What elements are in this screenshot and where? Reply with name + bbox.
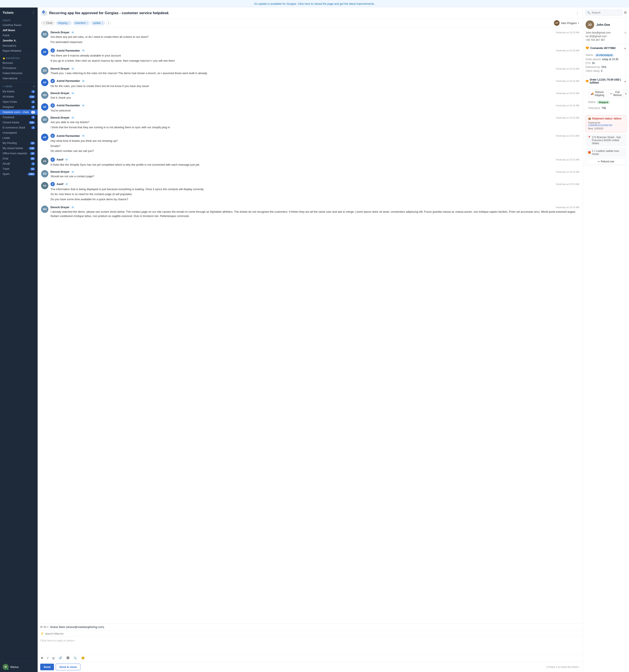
sidebar-item-jennifer-a[interactable]: Jennifer A. [0, 38, 38, 43]
toolbar-emoji[interactable]: 😊 [80, 656, 86, 660]
current-user-avatar: M [3, 664, 8, 670]
sidebar-item-bonuses[interactable]: Bonuses [0, 61, 38, 66]
sidebar-item-patrik[interactable]: Patrik [0, 33, 38, 38]
toolbar-link[interactable]: 🔗 [58, 656, 63, 660]
sidebar-item-promotions[interactable]: Promotions [0, 66, 38, 71]
sidebar-item-my-tickets[interactable]: My tickets3 [0, 89, 38, 94]
sidebar-item-open-chats[interactable]: Open Chats2 [0, 99, 38, 104]
sidebar-item-trash[interactable]: Trash12 [0, 166, 38, 171]
order2-total: 75$ [602, 106, 606, 110]
toolbar-underline[interactable]: U [52, 656, 55, 660]
tag-update-remove[interactable]: × [102, 22, 103, 24]
tag-update[interactable]: update × [91, 21, 105, 25]
sidebar-item-jeff-ibsen[interactable]: Jeff Ibsen [0, 28, 38, 33]
msg-text-9: It looks like the Shopify Sync has not y… [50, 163, 579, 167]
macros-lightning-icon: ⚡ [40, 632, 44, 635]
msg-type-icon-8: 📧 [82, 134, 85, 137]
sidebar-item-label: Bonuses [3, 62, 13, 65]
order2-status-badge: Shipped [597, 100, 610, 104]
tag-shipping-remove[interactable]: × [68, 22, 69, 24]
search-box[interactable]: 🔍 [585, 10, 623, 16]
order1-placed: today at 15:30 [602, 58, 619, 61]
msg-avatar-dd-5: DD [41, 92, 48, 99]
tag-bar: ✓ Close shipping × newclient × update × [38, 19, 583, 27]
tag-add-button[interactable]: + [106, 21, 111, 25]
sidebar-item-spam[interactable]: Spam1463 [0, 171, 38, 176]
msg-sender-10: Dereck Dreyer [50, 170, 69, 173]
reply-hint: ℹ Press c to close the ticket × [547, 666, 580, 669]
sidebar-item-aircall[interactable]: Aircall2 [0, 161, 38, 166]
order1-header[interactable]: 🧡 Comande #EYY862 ▲ [583, 44, 629, 52]
copy-email-icon[interactable]: ⧉ [625, 31, 626, 34]
refund-shipping-button[interactable]: 🚚 Refund shipping [588, 89, 607, 98]
sidebar-item-rapid-whitefish[interactable]: Rapid Whitefish [0, 48, 38, 53]
sidebar-item-facebook[interactable]: Facebook3 [0, 115, 38, 120]
tag-shipping[interactable]: shipping × [56, 21, 72, 25]
sidebar-item-international[interactable]: International [0, 76, 38, 81]
toolbar-italic[interactable]: I [46, 656, 49, 660]
sidebar-item-decoratrice[interactable]: Decoratrice [0, 43, 38, 48]
refund-shipping-icon: 🚚 [590, 92, 594, 95]
order1-eta-field: ETA: 5h [586, 62, 626, 65]
add-view-icon[interactable]: + [33, 85, 35, 88]
toolbar-attachment[interactable]: 📎 [73, 656, 78, 660]
full-refund-button[interactable]: ↩ Full Refund [608, 89, 624, 98]
sidebar-item-label: Failed Deliveries [3, 72, 22, 75]
msg-type-icon-12: 📧 [71, 206, 74, 209]
sidebar-header: Tickets ⋮ [0, 7, 38, 18]
reply-body[interactable]: Click here to reply or press r [38, 637, 583, 654]
msg-sender-4: Astrid Parmentier [56, 79, 80, 82]
sidebar-item-all-tickets[interactable]: All tickets11k [0, 94, 38, 99]
order1-chevron[interactable]: ▲ [624, 47, 626, 50]
sidebar-item-my-closed-tickets[interactable]: My closed tickets130 [0, 146, 38, 151]
sidebar-item-closed-tickets[interactable]: Closed tickets23k [0, 120, 38, 125]
sidebar-item-carefree-raven[interactable]: Carefree Raven [0, 23, 38, 28]
customer-info: JD John Doe [586, 20, 626, 29]
ticket-main: 3 🕐 Recurring app fee approved for Gorgi… [38, 7, 583, 672]
toolbar-image[interactable]: 🖼 [66, 656, 70, 660]
send-close-button[interactable]: Send & close [56, 664, 80, 670]
newclient-label: newclient [75, 22, 86, 24]
sidebar-item-my-pending[interactable]: My Pending13 [0, 141, 38, 146]
ticket-counter: 3 🕐 [41, 10, 47, 16]
sidebar-item-ecommerce-stack[interactable]: E-commerce Stack3 [0, 125, 38, 130]
update-banner[interactable]: An update is available for Gorgias. Clic… [0, 0, 629, 7]
sidebar-item-unassigned[interactable]: Unassigned [0, 130, 38, 135]
assignee[interactable]: AP Alex Plugaru ▾ [554, 20, 579, 26]
sidebar-item-helpdesk-users-chats[interactable]: Helpdesk users - chats2 [0, 110, 38, 115]
message-8: AP @ Astrid Parmentier 📧 Yesterday at 10… [41, 134, 579, 154]
msg-type-icon-3: 📧 [71, 67, 74, 70]
settings-icon[interactable]: ⚙ [624, 10, 627, 15]
sidebar-menu-icon[interactable]: ⋮ [31, 10, 35, 15]
toolbar-bold[interactable]: B [40, 656, 44, 660]
reply-type-selector[interactable]: ✉ To ▾ [40, 625, 48, 629]
refund-dropdown-button[interactable]: ▾ [624, 89, 628, 98]
hint-close-icon[interactable]: × [579, 666, 580, 669]
close-tag[interactable]: ✓ Close [41, 21, 54, 25]
order2-total-field: Total price: 75$ [586, 106, 626, 111]
customer-email-2: mr.JD@gmail.com [586, 35, 626, 38]
sidebar-item-assigned[interactable]: Assigned4 [0, 104, 38, 110]
tag-newclient-remove[interactable]: × [87, 22, 88, 24]
msg-body-12: Dereck Dreyer 📧 Yesterday at 10:33 AM I … [50, 206, 579, 218]
msg-avatar-dd-10: DD [41, 170, 48, 177]
order2-header[interactable]: 🧡 Order L1118 | 75.00 USD | fulfilled ▲ [583, 76, 629, 86]
refund-one-button[interactable]: ↩ Refund one [586, 159, 626, 165]
tag-newclient[interactable]: newclient × [73, 21, 90, 25]
shipment-title: 📦 Shipment status: failure [588, 117, 624, 120]
search-input[interactable] [591, 11, 621, 14]
order2-chevron[interactable]: ▲ [624, 80, 626, 83]
sidebar-item-failed-deliveries[interactable]: Failed Deliveries [0, 71, 38, 76]
sidebar-item-office-hours[interactable]: Office hours requests10 [0, 151, 38, 156]
sidebar-item-leads[interactable]: Leads [0, 135, 38, 141]
ticket-more-icon[interactable]: ⋮ [576, 11, 579, 16]
macros-search-input[interactable] [45, 632, 580, 635]
order2-icon: 🧡 [586, 80, 589, 83]
sidebar-item-label: Decoratrice [3, 44, 16, 47]
ticket-header: 3 🕐 Recurring app fee approved for Gorgi… [38, 7, 583, 19]
reply-to: Shane Mark (shane@markbergfishing.com) [50, 625, 104, 629]
order1-status-field: Status: IN PROGRESS [586, 53, 626, 57]
send-button[interactable]: Send [40, 664, 54, 670]
address-pin-icon: 📍 [588, 136, 591, 139]
sidebar-item-chat[interactable]: Chat60 [0, 156, 38, 161]
